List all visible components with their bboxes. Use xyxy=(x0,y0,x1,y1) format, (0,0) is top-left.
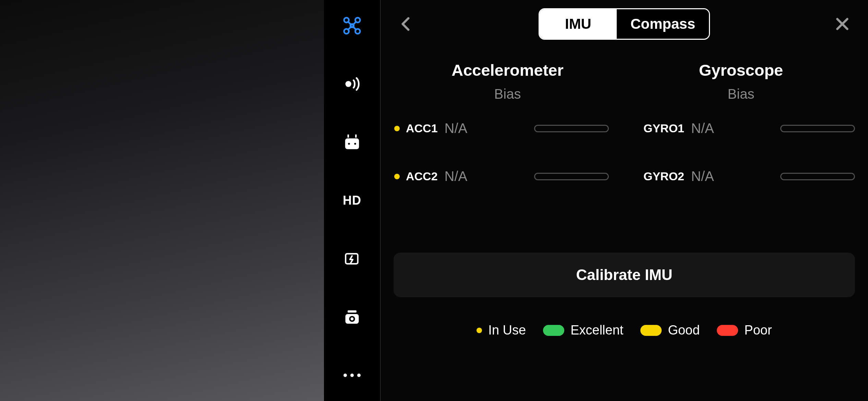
column-subtitle: Bias xyxy=(391,86,624,102)
legend-excellent: Excellent xyxy=(543,323,623,338)
svg-rect-12 xyxy=(348,311,357,313)
battery-icon xyxy=(343,250,361,267)
svg-point-10 xyxy=(353,142,357,146)
column-title: Gyroscope xyxy=(624,61,858,80)
legend-label: Good xyxy=(668,323,700,338)
bias-bar xyxy=(534,125,609,132)
sensor-row: ACC1 N/A GYRO1 N/A xyxy=(394,121,855,136)
column-title: Accelerometer xyxy=(391,61,624,80)
sidebar-item-hd[interactable]: HD xyxy=(342,190,362,211)
camera-icon xyxy=(343,308,361,326)
status-pill-icon xyxy=(543,325,564,336)
gyro-value: N/A xyxy=(691,121,714,136)
bias-bar xyxy=(534,173,609,180)
column-accelerometer: Accelerometer Bias xyxy=(391,61,624,102)
sidebar-item-sensing[interactable] xyxy=(342,74,362,94)
svg-point-5 xyxy=(346,81,351,87)
svg-point-9 xyxy=(347,142,351,146)
legend: In Use Excellent Good Poor xyxy=(391,323,858,338)
acc-name: ACC2 xyxy=(406,170,438,183)
bias-bar xyxy=(780,173,855,180)
sensing-icon xyxy=(343,75,361,93)
hd-icon: HD xyxy=(343,193,361,208)
panel-header: IMU Compass xyxy=(391,8,858,40)
sidebar-item-battery[interactable] xyxy=(342,248,362,269)
tab-imu[interactable]: IMU xyxy=(540,9,617,39)
column-gyroscope: Gyroscope Bias xyxy=(624,61,858,102)
in-use-dot-icon xyxy=(394,174,400,179)
settings-sidebar: HD xyxy=(324,0,381,401)
close-button[interactable] xyxy=(834,15,851,33)
back-button[interactable] xyxy=(398,15,415,33)
remote-controller-icon xyxy=(343,133,361,151)
status-pill-icon xyxy=(717,325,738,336)
gyro-name: GYRO2 xyxy=(643,170,684,183)
status-pill-icon xyxy=(640,325,662,336)
sensor-row: ACC2 N/A GYRO2 N/A xyxy=(394,169,855,184)
camera-background xyxy=(0,0,324,401)
column-subtitle: Bias xyxy=(624,86,858,102)
in-use-dot-icon xyxy=(477,328,482,333)
legend-poor: Poor xyxy=(717,323,772,338)
drone-icon xyxy=(342,16,362,35)
acc-value: N/A xyxy=(445,121,468,136)
legend-in-use: In Use xyxy=(477,323,526,338)
svg-point-15 xyxy=(351,317,354,320)
close-icon xyxy=(834,15,851,33)
svg-rect-4 xyxy=(350,24,353,27)
bias-bar xyxy=(780,125,855,132)
legend-label: Excellent xyxy=(570,323,623,338)
tab-segment: IMU Compass xyxy=(539,8,710,40)
tab-compass[interactable]: Compass xyxy=(617,9,709,39)
sidebar-item-more[interactable] xyxy=(342,365,362,386)
imu-panel: IMU Compass Accelerometer Bias Gyroscope… xyxy=(381,0,868,401)
panel-content: Accelerometer Bias Gyroscope Bias ACC1 N… xyxy=(391,40,858,391)
calibrate-imu-button[interactable]: Calibrate IMU xyxy=(394,253,855,297)
sidebar-item-camera[interactable] xyxy=(342,307,362,327)
gyro-name: GYRO1 xyxy=(643,122,684,135)
legend-label: In Use xyxy=(488,323,526,338)
acc-value: N/A xyxy=(445,169,468,184)
sidebar-item-aircraft[interactable] xyxy=(342,15,362,36)
legend-good: Good xyxy=(640,323,700,338)
acc-name: ACC1 xyxy=(406,122,438,135)
gyro-value: N/A xyxy=(691,169,714,184)
sidebar-item-remote[interactable] xyxy=(342,132,362,153)
legend-label: Poor xyxy=(744,323,772,338)
more-icon xyxy=(343,374,361,377)
chevron-left-icon xyxy=(398,15,415,33)
in-use-dot-icon xyxy=(394,126,400,131)
